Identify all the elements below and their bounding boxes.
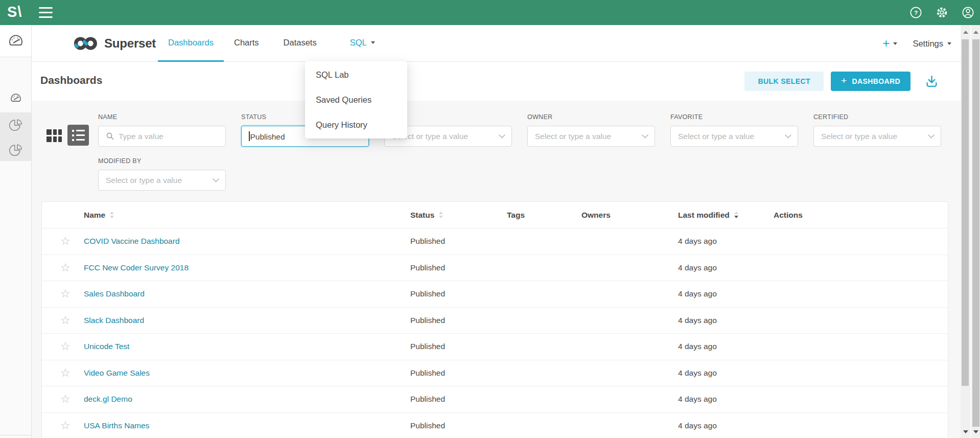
column-header-owners: Owners — [581, 211, 678, 220]
status-value: Published — [410, 263, 507, 272]
download-icon — [925, 75, 939, 88]
favorite-star-icon[interactable]: ☆ — [60, 315, 71, 326]
rail-gauge-item[interactable] — [0, 86, 31, 110]
dashboard-link[interactable]: Video Game Sales — [84, 368, 150, 378]
favorite-filter-select[interactable]: Select or type a value — [670, 126, 798, 147]
nav-tabs: Dashboards Charts Datasets SQL — [158, 25, 385, 62]
dashboard-link[interactable]: Unicode Test — [84, 342, 129, 351]
new-item-button[interactable]: + — [882, 37, 897, 50]
table-row: ☆ Sales Dashboard Published 4 days ago — [42, 281, 948, 308]
topbar-logo: S\ — [7, 4, 22, 20]
dashboard-link[interactable]: USA Births Names — [84, 421, 149, 430]
rail-chart-item-1[interactable] — [0, 112, 31, 136]
last-modified-value: 4 days ago — [678, 237, 774, 246]
last-modified-value: 4 days ago — [678, 316, 774, 325]
dashboard-link[interactable]: FCC New Coder Survey 2018 — [84, 263, 189, 272]
status-value: Published — [410, 342, 507, 351]
settings-menu-button[interactable]: Settings — [913, 39, 951, 49]
favorite-star-icon[interactable]: ☆ — [60, 394, 71, 405]
superset-dashboards-page: S\ ? — [0, 0, 980, 438]
filter-label-owner: OWNER — [527, 113, 655, 121]
certified-filter-select[interactable]: Select or type a value — [813, 126, 941, 147]
sql-dropdown-menu: SQL Lab Saved Queries Query History — [305, 61, 407, 139]
menu-item-query-history[interactable]: Query History — [305, 112, 407, 137]
tab-charts[interactable]: Charts — [224, 25, 269, 62]
chevron-down-icon — [928, 134, 935, 139]
table-row: ☆ Slack Dashboard Published 4 days ago — [42, 308, 948, 334]
bulk-select-button[interactable]: BULK SELECT — [744, 72, 823, 91]
name-filter-input[interactable]: Type a value — [98, 126, 226, 147]
card-view-toggle[interactable] — [45, 126, 63, 145]
scrollbar-thumb[interactable] — [972, 39, 979, 427]
table-row: ☆ Unicode Test Published 4 days ago — [42, 334, 948, 360]
menu-item-saved-queries[interactable]: Saved Queries — [305, 87, 407, 112]
last-modified-value: 4 days ago — [678, 421, 774, 430]
tab-dashboards[interactable]: Dashboards — [158, 25, 224, 62]
tab-datasets[interactable]: Datasets — [273, 25, 327, 62]
left-rail — [0, 25, 32, 438]
rail-chart-item-2[interactable] — [0, 137, 31, 161]
sort-icon[interactable] — [110, 212, 114, 218]
chevron-down-icon — [642, 134, 648, 139]
outer-scrollbar[interactable] — [970, 25, 980, 438]
favorite-star-icon[interactable]: ☆ — [60, 341, 71, 352]
owner-filter-select[interactable]: Select or type a value — [527, 126, 655, 147]
inner-scrollbar[interactable] — [961, 25, 970, 438]
list-view-toggle[interactable] — [67, 125, 89, 146]
plus-icon: + — [841, 75, 847, 86]
scroll-up-arrow[interactable] — [961, 28, 970, 36]
last-modified-value: 4 days ago — [678, 263, 774, 272]
table-row: ☆ FCC New Coder Survey 2018 Published 4 … — [42, 255, 948, 282]
hamburger-menu-icon[interactable] — [39, 7, 53, 18]
gear-icon[interactable] — [935, 6, 949, 19]
svg-text:?: ? — [914, 9, 918, 16]
status-value: Published — [410, 395, 507, 404]
tab-sql-menu[interactable]: SQL — [340, 25, 385, 62]
dashboard-link[interactable]: COVID Vaccine Dashboard — [84, 237, 180, 246]
scroll-down-arrow[interactable] — [961, 427, 970, 436]
chevron-down-icon — [499, 134, 505, 139]
column-header-last-modified[interactable]: Last modified — [678, 211, 774, 220]
scrollbar-thumb[interactable] — [962, 39, 969, 386]
gauge-icon — [8, 33, 24, 49]
rail-expand-button[interactable] — [0, 435, 31, 438]
favorite-star-icon[interactable]: ☆ — [60, 288, 71, 299]
text-cursor — [249, 131, 250, 141]
filter-label-name: NAME — [98, 113, 226, 121]
import-dashboards-button[interactable] — [923, 73, 940, 89]
dashboard-link[interactable]: Sales Dashboard — [84, 289, 145, 298]
last-modified-value: 4 days ago — [678, 342, 774, 351]
dashboard-link[interactable]: Slack Dashboard — [84, 316, 144, 325]
superset-brand[interactable]: Superset — [74, 25, 156, 62]
brand-name: Superset — [104, 36, 156, 51]
help-icon[interactable]: ? — [909, 6, 923, 19]
gauge-small-icon — [10, 92, 22, 104]
last-modified-value: 4 days ago — [678, 289, 774, 298]
status-value: Published — [410, 237, 507, 246]
card-view-icon — [46, 129, 62, 142]
dashboards-table: Name Status Tags Owners Last modified Ac… — [41, 201, 948, 438]
dashboard-link[interactable]: deck.gl Demo — [84, 395, 132, 404]
new-dashboard-button[interactable]: + DASHBOARD — [831, 72, 911, 91]
scroll-up-arrow[interactable] — [971, 28, 980, 36]
favorite-star-icon[interactable]: ☆ — [60, 262, 71, 273]
search-icon — [106, 132, 114, 141]
column-header-name[interactable]: Name — [84, 211, 410, 220]
sort-icon[interactable] — [439, 212, 443, 218]
menu-item-sql-lab[interactable]: SQL Lab — [305, 62, 407, 87]
sort-icon-desc[interactable] — [734, 212, 738, 218]
superset-logo-icon — [74, 35, 101, 52]
modified-by-filter-select[interactable]: Select or type a value — [98, 170, 226, 191]
status-value: Published — [410, 368, 507, 378]
filter-label-favorite: FAVORITE — [670, 113, 798, 121]
global-topbar: S\ ? — [0, 0, 980, 25]
list-view-icon — [72, 130, 85, 141]
column-header-status[interactable]: Status — [410, 211, 507, 220]
scroll-down-arrow[interactable] — [971, 427, 980, 436]
user-profile-icon[interactable] — [961, 6, 975, 19]
favorite-star-icon[interactable]: ☆ — [60, 236, 71, 247]
status-value: Published — [410, 421, 507, 430]
favorite-star-icon[interactable]: ☆ — [60, 420, 71, 431]
rail-dashboard-item[interactable] — [0, 25, 31, 57]
favorite-star-icon[interactable]: ☆ — [60, 367, 71, 379]
